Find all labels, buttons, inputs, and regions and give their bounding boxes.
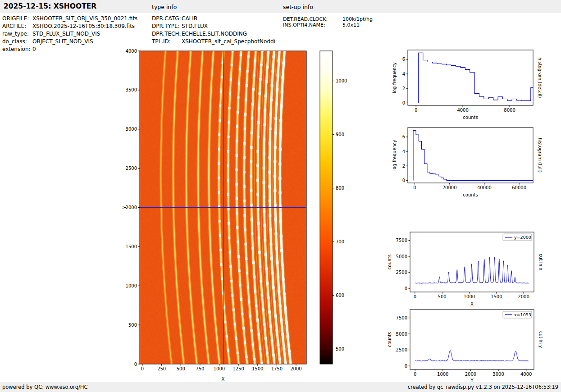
chart-hist-full: 02000040000600000246countslog frequencyh…: [392, 128, 543, 197]
meta-value: 100k/1pt/hg: [342, 16, 373, 22]
cut-y-legend: x=1053: [503, 311, 532, 318]
footer-bar: powered by QC: www.eso.org/HC created by…: [0, 382, 561, 392]
svg-text:40000: 40000: [477, 185, 492, 190]
svg-text:3500: 3500: [126, 87, 137, 92]
svg-text:1000: 1000: [437, 372, 448, 377]
cut-y-series: [415, 351, 529, 361]
svg-text:X: X: [222, 377, 225, 382]
meta-row: DPR.TECH:ECHELLE,SLIT,NODDING: [152, 31, 275, 38]
setup-info-block: DET.READ.CLOCK:100k/1pt/hgINS.OPTI4.NAME…: [283, 16, 373, 28]
chart-cut-x: 05001000150020000250050007500Xcountscut …: [387, 232, 543, 306]
svg-text:0: 0: [414, 372, 416, 377]
svg-text:2000: 2000: [290, 366, 301, 371]
meta-row: DET.READ.CLOCK:100k/1pt/hg: [283, 16, 373, 22]
svg-text:Y: Y: [122, 206, 127, 210]
meta-label: DET.READ.CLOCK:: [283, 16, 342, 22]
svg-text:counts: counts: [387, 332, 392, 347]
svg-text:5000: 5000: [396, 254, 407, 259]
meta-label: ARCFILE:: [2, 23, 32, 31]
meta-label: DPR.TECH:: [152, 31, 182, 38]
svg-text:2500: 2500: [396, 270, 407, 275]
svg-text:1000: 1000: [214, 366, 225, 371]
meta-value: 5.0x11: [342, 22, 360, 28]
svg-text:X: X: [470, 301, 474, 306]
svg-text:0: 0: [414, 294, 416, 299]
svg-text:0: 0: [141, 366, 144, 371]
hist-detail-series: [418, 53, 535, 103]
footer-powered-by: powered by QC: www.eso.org/HC: [2, 382, 87, 392]
svg-text:1750: 1750: [271, 366, 283, 371]
svg-text:counts: counts: [387, 255, 392, 269]
svg-text:20000: 20000: [442, 185, 457, 190]
type-info-heading: type info: [152, 4, 177, 10]
svg-text:0: 0: [405, 364, 407, 369]
svg-text:counts: counts: [463, 192, 478, 197]
svg-text:500: 500: [177, 366, 185, 371]
chart-colorbar: 5006007008009001000: [320, 51, 347, 364]
meta-value: CALIB: [182, 15, 197, 23]
header-bar: 2025-12-15: XSHOOTER type info set-up in…: [0, 0, 561, 13]
svg-text:0: 0: [413, 185, 416, 190]
svg-text:4: 4: [402, 149, 405, 154]
svg-text:log frequency: log frequency: [392, 140, 397, 171]
figure-canvas: 0250500750100012501500175020000500100015…: [0, 43, 561, 383]
meta-label: raw_type:: [2, 31, 32, 38]
chart-cut-y: 010002000300040000250050007500Ycountscut…: [387, 310, 543, 383]
svg-text:750: 750: [196, 366, 204, 371]
meta-row: DPR.TYPE:STD,FLUX: [152, 23, 275, 31]
svg-text:500: 500: [438, 294, 447, 299]
svg-text:500: 500: [336, 346, 344, 351]
svg-text:2000: 2000: [465, 372, 476, 377]
svg-text:2000: 2000: [126, 205, 137, 210]
svg-text:0: 0: [134, 362, 137, 367]
svg-text:2000: 2000: [518, 294, 529, 299]
svg-text:500: 500: [128, 323, 137, 328]
cut-x-legend: y=2000: [503, 234, 532, 241]
svg-text:y=2000: y=2000: [514, 235, 531, 240]
svg-text:3000: 3000: [493, 372, 504, 377]
svg-text:4000: 4000: [520, 372, 532, 377]
chart-main-image: 0250500750100012501500175020000500100015…: [122, 49, 306, 382]
meta-row: INS.OPTI4.NAME:5.0x11: [283, 22, 373, 28]
meta-value: XSHOOTER_SLT_OBJ_VIS_350_0021.fits: [32, 15, 137, 23]
svg-text:250: 250: [157, 366, 166, 371]
meta-label: DPR.CATG:: [152, 15, 182, 23]
svg-text:cut in x: cut in x: [538, 254, 543, 270]
svg-text:1000: 1000: [336, 78, 347, 83]
svg-text:1500: 1500: [252, 366, 263, 371]
chart-hist-detail: 0400080000246countslog frequencyhistogra…: [392, 50, 543, 120]
meta-value: XSHOO.2025-12-16T05:30:18.309.fits: [32, 23, 135, 31]
svg-text:1250: 1250: [233, 366, 244, 371]
svg-text:6: 6: [402, 134, 405, 139]
svg-text:0: 0: [402, 100, 405, 105]
svg-text:700: 700: [336, 239, 344, 244]
svg-text:600: 600: [336, 293, 344, 298]
svg-text:7500: 7500: [396, 315, 407, 320]
meta-row: ORIGFILE:XSHOOTER_SLT_OBJ_VIS_350_0021.f…: [2, 15, 137, 23]
footer-created-by: created by qc_rawdisp.py v1.2.3 on 2025-…: [408, 382, 558, 392]
svg-text:0: 0: [402, 178, 405, 183]
svg-text:cut in y: cut in y: [538, 331, 543, 348]
meta-value: STD_FLUX_SLIT_NOD_VIS: [32, 31, 100, 38]
svg-text:histogram (full): histogram (full): [538, 138, 543, 173]
meta-label: ORIGFILE:: [2, 15, 32, 23]
svg-text:5000: 5000: [396, 332, 407, 337]
svg-text:3000: 3000: [126, 127, 137, 132]
meta-row: raw_type:STD_FLUX_SLIT_NOD_VIS: [2, 31, 137, 38]
type-info-block: DPR.CATG:CALIBDPR.TYPE:STD,FLUXDPR.TECH:…: [152, 15, 275, 46]
meta-row: DPR.CATG:CALIB: [152, 15, 275, 23]
meta-value: STD,FLUX: [182, 23, 208, 31]
meta-label: DPR.TYPE:: [152, 23, 182, 31]
svg-text:4000: 4000: [457, 108, 468, 113]
meta-label: INS.OPTI4.NAME:: [283, 22, 342, 28]
svg-text:1000: 1000: [126, 283, 137, 288]
svg-text:6: 6: [402, 57, 405, 62]
svg-text:4: 4: [402, 72, 405, 77]
svg-text:8000: 8000: [504, 108, 515, 113]
meta-value: ECHELLE,SLIT,NODDING: [182, 31, 247, 38]
svg-text:900: 900: [336, 132, 344, 137]
svg-text:1500: 1500: [126, 244, 137, 249]
cut-x-series: [415, 257, 529, 283]
svg-text:2: 2: [402, 86, 405, 91]
svg-text:0: 0: [405, 286, 407, 291]
